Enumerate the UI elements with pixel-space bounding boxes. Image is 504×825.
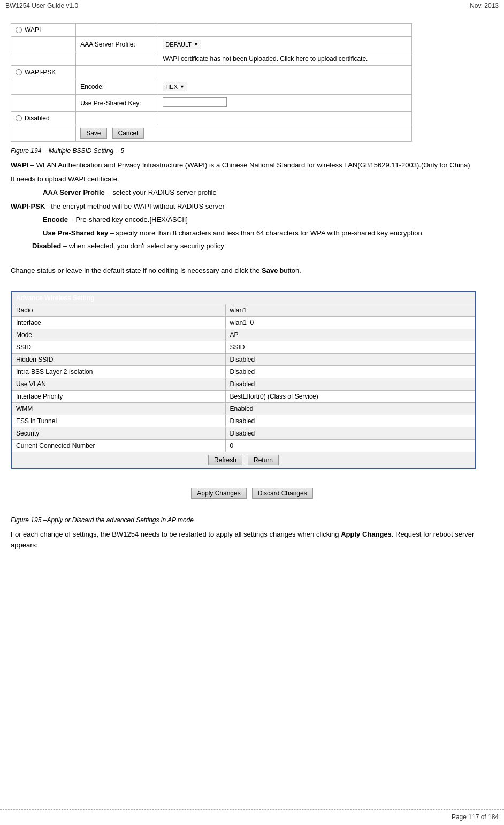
psk-label: Use Pre-Shared Key: xyxy=(80,100,141,107)
aws-table-row: Intra-BSS Layer 2 IsolationDisabled xyxy=(11,366,476,378)
disabled-label: Disabled xyxy=(25,114,50,122)
page-info: Page 117 of 184 xyxy=(452,813,499,821)
fig195-caption: Figure 195 –Apply or Discard the advance… xyxy=(11,516,493,524)
discard-changes-button[interactable]: Discard Changes xyxy=(252,488,313,499)
encode-select[interactable]: HEX ▼ xyxy=(163,82,187,91)
aws-row-value: AP xyxy=(225,329,476,341)
footer-divider xyxy=(0,809,504,810)
psk-value-cell xyxy=(158,95,412,112)
wapi-desc-text: – WLAN Authentication and Privacy Infras… xyxy=(28,161,470,169)
aws-row-label: Security xyxy=(11,427,225,440)
apply-changes-button[interactable]: Apply Changes xyxy=(191,488,246,499)
dropdown-arrow-icon: ▼ xyxy=(194,42,198,47)
save-bold: Save xyxy=(262,266,278,274)
preshared-desc-text: – specify more than 8 characters and les… xyxy=(108,229,422,237)
footer-para-before: For each change of settings, the BW1254 … xyxy=(11,530,341,538)
aws-row-value: Disabled xyxy=(225,415,476,427)
disabled-description: Disabled – when selected, you don't sele… xyxy=(32,241,493,251)
aws-row-value: Disabled xyxy=(225,354,476,366)
aws-row-value: Disabled xyxy=(225,366,476,378)
encode-description: Encode – Pre-shared key encode.[HEX/ASCI… xyxy=(43,215,493,225)
aws-row-label: ESS in Tunnel xyxy=(11,415,225,427)
aws-row-value: SSID xyxy=(225,341,476,354)
aws-row-value: 0 xyxy=(225,440,476,452)
wapipsk-label: WAPI-PSK xyxy=(25,68,56,76)
wapipsk-description: WAPI-PSK –the encrypt method will be WAP… xyxy=(11,201,493,212)
apply-discard-row: Apply Changes Discard Changes xyxy=(11,488,493,499)
cert-empty-cell xyxy=(11,52,76,66)
aws-row-label: WMM xyxy=(11,403,225,415)
aaa-select[interactable]: DEFAULT ▼ xyxy=(163,40,201,49)
wapipsk-radio-cell[interactable]: WAPI-PSK xyxy=(11,66,76,79)
wapi-radio[interactable] xyxy=(16,27,22,33)
disabled-desc-text: – when selected, you don't select any se… xyxy=(61,242,224,250)
encode-select-value: HEX xyxy=(165,83,178,90)
wapipsk-desc-text: –the encrypt method will be WAPI without… xyxy=(45,202,224,210)
aaa-empty-cell xyxy=(11,37,76,52)
cancel-button[interactable]: Cancel xyxy=(112,128,144,139)
aws-row-label: Mode xyxy=(11,329,225,341)
wapi-radio-cell[interactable]: WAPI xyxy=(11,24,76,37)
aws-table-row: WMMEnabled xyxy=(11,403,476,415)
page-header: BW1254 User Guide v1.0 Nov. 2013 xyxy=(0,0,504,12)
aws-table-header: Advance Wireless Setting xyxy=(11,292,476,304)
cert-upload-text[interactable]: WAPI certificate has not been Uploaded. … xyxy=(163,55,368,63)
header-title-right: Nov. 2013 xyxy=(470,2,499,10)
aaa-label: AAA Server Profile: xyxy=(80,41,135,48)
aaa-label-cell: AAA Server Profile: xyxy=(76,37,158,52)
cert-label-cell xyxy=(76,52,158,66)
cert-value-cell: WAPI certificate has not been Uploaded. … xyxy=(158,52,412,66)
fig194-caption: Figure 194 – Multiple BSSID Setting – 5 xyxy=(11,147,493,155)
return-button[interactable]: Return xyxy=(248,455,279,465)
aws-table-row: SecurityDisabled xyxy=(11,427,476,440)
header-title-left: BW1254 User Guide v1.0 xyxy=(5,2,78,10)
change-status-before: Change status or leave in the default st… xyxy=(11,266,262,274)
aws-row-label: Radio xyxy=(11,304,225,317)
encode-empty-cell xyxy=(11,79,76,95)
main-content: WAPI AAA Server Profile: DEFAULT ▼ xyxy=(0,12,504,585)
wapipsk-radio[interactable] xyxy=(16,69,22,75)
aws-row-value: wlan1 xyxy=(225,304,476,317)
aws-row-label: Interface xyxy=(11,317,225,329)
encode-desc-text: – Pre-shared key encode.[HEX/ASCII] xyxy=(68,216,188,224)
empty-label-cell xyxy=(76,24,158,37)
aws-row-value: Enabled xyxy=(225,403,476,415)
footer-paragraph: For each change of settings, the BW1254 … xyxy=(11,529,493,550)
aws-table-row: SSIDSSID xyxy=(11,341,476,354)
preshared-bold: Use Pre-Shared key xyxy=(43,229,108,237)
wapipsk-empty-value xyxy=(158,66,412,79)
preshared-description: Use Pre-Shared key – specify more than 8… xyxy=(43,228,493,239)
aaa-select-value: DEFAULT xyxy=(165,41,192,48)
aws-table: Advance Wireless Setting Radiowlan1Inter… xyxy=(11,291,476,469)
aws-table-row: ModeAP xyxy=(11,329,476,341)
aws-table-row: Interfacewlan1_0 xyxy=(11,317,476,329)
save-button[interactable]: Save xyxy=(80,128,106,139)
psk-input[interactable] xyxy=(163,97,227,107)
encode-label-cell: Encode: xyxy=(76,79,158,95)
aws-row-value: wlan1_0 xyxy=(225,317,476,329)
aws-table-row: Radiowlan1 xyxy=(11,304,476,317)
disabled-empty-value xyxy=(158,112,412,125)
aws-table-row: Hidden SSIDDisabled xyxy=(11,354,476,366)
btn-empty-cell xyxy=(11,125,76,142)
aws-btn-row: Refresh Return xyxy=(11,452,476,469)
disabled-empty-label xyxy=(76,112,158,125)
aws-row-value: Disabled xyxy=(225,427,476,440)
aws-table-row: Use VLANDisabled xyxy=(11,378,476,391)
aaa-value-cell: DEFAULT ▼ xyxy=(158,37,412,52)
wapipsk-bold: WAPI-PSK xyxy=(11,202,45,210)
psk-empty-cell xyxy=(11,95,76,112)
disabled-radio-cell[interactable]: Disabled xyxy=(11,112,76,125)
refresh-button[interactable]: Refresh xyxy=(208,455,242,465)
encode-value-cell: HEX ▼ xyxy=(158,79,412,95)
disabled-radio[interactable] xyxy=(16,115,22,121)
psk-label-cell: Use Pre-Shared Key: xyxy=(76,95,158,112)
fig194-table: WAPI AAA Server Profile: DEFAULT ▼ xyxy=(11,23,412,142)
aws-row-label: Current Connected Number xyxy=(11,440,225,452)
change-status-after: button. xyxy=(278,266,301,274)
aws-table-row: Current Connected Number0 xyxy=(11,440,476,452)
aws-table-row: Interface PriorityBestEffort(0) (Class o… xyxy=(11,391,476,403)
aaa-desc-text: – select your RADIUS server profile xyxy=(105,188,217,196)
empty-value-cell xyxy=(158,24,412,37)
aws-row-label: SSID xyxy=(11,341,225,354)
